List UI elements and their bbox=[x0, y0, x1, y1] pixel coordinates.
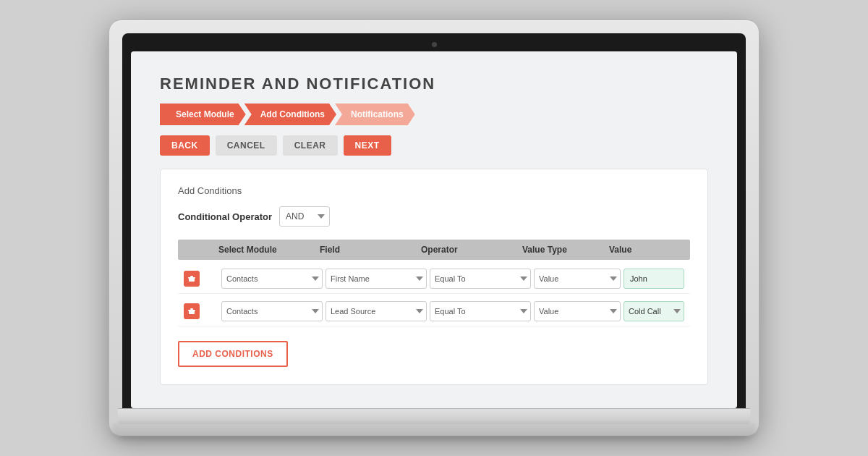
conditional-operator-row: Conditional Operator AND OR bbox=[178, 206, 690, 227]
toolbar: BACK CANCEL CLEAR NEXT bbox=[160, 135, 708, 156]
row2-module-select[interactable]: Contacts bbox=[221, 301, 323, 321]
row2-delete-cell bbox=[184, 303, 218, 319]
header-operator: Operator bbox=[421, 245, 522, 255]
row1-value-type-select[interactable]: Value bbox=[534, 269, 621, 289]
svg-rect-1 bbox=[190, 276, 193, 277]
row1-module-select[interactable]: Contacts bbox=[221, 269, 323, 289]
row1-field-select[interactable]: First Name bbox=[326, 269, 427, 289]
card-title: Add Conditions bbox=[178, 185, 690, 196]
camera bbox=[432, 42, 437, 47]
svg-rect-5 bbox=[188, 310, 195, 311]
header-delete bbox=[184, 245, 218, 255]
row1-value-cell bbox=[624, 269, 684, 289]
page-title: REMINDER AND NOTIFICATION bbox=[160, 75, 708, 93]
row2-module-cell: Contacts bbox=[221, 301, 323, 321]
svg-rect-4 bbox=[190, 308, 193, 310]
step-select-module[interactable]: Select Module bbox=[160, 104, 246, 125]
laptop-base bbox=[118, 408, 750, 424]
step-notifications[interactable]: Notifications bbox=[335, 104, 415, 125]
step-add-conditions[interactable]: Add Conditions bbox=[244, 104, 336, 125]
row2-value-type-cell: Value bbox=[534, 301, 621, 321]
trash-icon bbox=[188, 275, 195, 282]
conditions-card: Add Conditions Conditional Operator AND … bbox=[160, 169, 708, 385]
row1-value-type-cell: Value bbox=[534, 269, 621, 289]
svg-rect-2 bbox=[188, 277, 195, 279]
conditional-operator-select[interactable]: AND OR bbox=[279, 206, 330, 227]
header-value-type: Value Type bbox=[522, 245, 609, 255]
stepper: Select Module Add Conditions Notificatio… bbox=[160, 104, 708, 125]
conditional-operator-label: Conditional Operator bbox=[178, 211, 272, 222]
header-value: Value bbox=[609, 245, 684, 255]
row1-delete-button[interactable] bbox=[184, 271, 200, 287]
row2-value-cell: Cold Call bbox=[624, 301, 684, 321]
header-field: Field bbox=[320, 245, 421, 255]
table-row: Contacts Lead Source Equal To bbox=[178, 297, 690, 326]
laptop-screen: REMINDER AND NOTIFICATION Select Module … bbox=[131, 51, 737, 408]
row2-value-type-select[interactable]: Value bbox=[534, 301, 621, 321]
row2-operator-select[interactable]: Equal To bbox=[430, 301, 531, 321]
row2-field-select[interactable]: Lead Source bbox=[326, 301, 427, 321]
row2-field-cell: Lead Source bbox=[326, 301, 427, 321]
cancel-button[interactable]: CANCEL bbox=[216, 135, 277, 156]
row1-operator-select[interactable]: Equal To bbox=[430, 269, 531, 289]
screen-content: REMINDER AND NOTIFICATION Select Module … bbox=[131, 51, 737, 408]
laptop-frame: REMINDER AND NOTIFICATION Select Module … bbox=[109, 20, 760, 436]
laptop-bottom bbox=[114, 424, 754, 436]
row1-value-input[interactable] bbox=[624, 269, 684, 289]
row2-delete-button[interactable] bbox=[184, 303, 200, 319]
row2-value-select[interactable]: Cold Call bbox=[624, 301, 684, 321]
row1-field-cell: First Name bbox=[326, 269, 427, 289]
table-row: Contacts First Name Equal To bbox=[178, 264, 690, 294]
table-header: Select Module Field Operator Value Type … bbox=[178, 240, 690, 260]
back-button[interactable]: BACK bbox=[160, 135, 210, 156]
row1-module-cell: Contacts bbox=[221, 269, 323, 289]
screen-bezel: REMINDER AND NOTIFICATION Select Module … bbox=[122, 33, 746, 408]
row1-delete-cell bbox=[184, 271, 218, 287]
header-select-module: Select Module bbox=[218, 245, 320, 255]
next-button[interactable]: NEXT bbox=[344, 135, 391, 156]
row1-operator-cell: Equal To bbox=[430, 269, 531, 289]
row2-operator-cell: Equal To bbox=[430, 301, 531, 321]
clear-button[interactable]: CLEAR bbox=[283, 135, 338, 156]
add-conditions-button[interactable]: ADD CONDITIONS bbox=[178, 341, 288, 367]
trash-icon bbox=[188, 308, 195, 315]
